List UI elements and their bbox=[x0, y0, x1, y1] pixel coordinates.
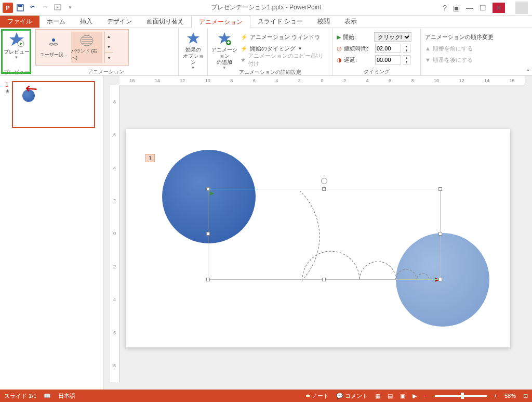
horizontal-ruler: 1614121086420246810121416 bbox=[119, 76, 525, 85]
slide-counter[interactable]: スライド 1/1 bbox=[4, 392, 36, 400]
advanced-group-label: アニメーションの詳細設定 bbox=[208, 68, 332, 76]
close-button[interactable]: ✕ bbox=[493, 3, 505, 13]
zoom-in-button[interactable]: + bbox=[494, 393, 497, 399]
start-dropdown[interactable]: クリック時 bbox=[374, 32, 411, 42]
spellcheck-icon[interactable]: 📖 bbox=[44, 393, 51, 399]
app-icon[interactable]: P bbox=[2, 2, 14, 14]
fit-button[interactable]: ⊡ bbox=[523, 393, 528, 399]
gallery-up[interactable]: ▲ bbox=[105, 32, 113, 42]
preview-label: プレビュー bbox=[4, 49, 30, 55]
zoom-level[interactable]: 58% bbox=[504, 393, 516, 399]
duration-spinner[interactable]: ▲▼ bbox=[403, 44, 410, 53]
tab-insert[interactable]: 挿入 bbox=[73, 16, 100, 28]
comments-button[interactable]: 💬 コメント bbox=[336, 392, 368, 400]
add-animation-button[interactable]: アニメーション の追加 ▼ bbox=[210, 29, 238, 67]
qat-dropdown[interactable]: ▼ bbox=[64, 2, 76, 14]
reorder-title: アニメーションの順序変更 bbox=[423, 31, 496, 43]
duration-input[interactable] bbox=[375, 44, 401, 53]
svg-point-5 bbox=[81, 35, 93, 46]
rotate-handle[interactable] bbox=[321, 178, 327, 184]
gallery-item-bound-right[interactable]: バウンド (右へ) bbox=[71, 32, 102, 63]
slide-thumbnail-1[interactable] bbox=[12, 81, 95, 128]
preview-star-icon bbox=[8, 31, 25, 48]
preview-group-label: プレビュー bbox=[0, 68, 33, 76]
reading-view-button[interactable]: ▣ bbox=[400, 393, 405, 399]
move-earlier-button: ▲ 順番を前にする bbox=[423, 43, 496, 54]
collapse-ribbon-button[interactable]: ⌃ bbox=[526, 69, 530, 74]
ribbon-display-button[interactable]: ▣ bbox=[453, 4, 460, 12]
trigger-icon: ⚡ bbox=[241, 45, 248, 52]
handle-ml[interactable] bbox=[206, 232, 210, 236]
animation-indicator-icon: ★ bbox=[5, 88, 10, 94]
zoom-slider[interactable] bbox=[435, 395, 487, 397]
add-star-icon bbox=[216, 31, 233, 46]
window-title: プレゼンテーション1.pptx - PowerPoint bbox=[211, 3, 322, 12]
canvas-area[interactable]: 1614121086420246810121416 864202468 1 bbox=[104, 76, 532, 390]
move-later-button: ▼ 順番を後にする bbox=[423, 54, 496, 66]
slide-number: 1 bbox=[5, 81, 10, 88]
animation-gallery[interactable]: ユーザー設... バウンド (右へ) ▲ ▼ ▾ bbox=[35, 29, 129, 66]
tab-home[interactable]: ホーム bbox=[39, 16, 73, 28]
tab-animations[interactable]: アニメーション bbox=[191, 16, 250, 28]
tab-transitions[interactable]: 画面切り替え bbox=[139, 16, 191, 28]
animation-group-label: アニメーション bbox=[33, 67, 178, 75]
delay-icon: ◑ bbox=[337, 57, 342, 63]
language-indicator[interactable]: 日本語 bbox=[58, 392, 75, 400]
path-selection-box[interactable] bbox=[208, 189, 441, 280]
notes-button[interactable]: ≐ ノート bbox=[305, 392, 329, 400]
animation-tag[interactable]: 1 bbox=[145, 154, 155, 162]
tab-review[interactable]: 校閲 bbox=[310, 16, 337, 28]
up-icon: ▲ bbox=[425, 45, 431, 51]
redo-button[interactable] bbox=[39, 2, 51, 14]
handle-tc[interactable] bbox=[322, 187, 326, 191]
slide-canvas[interactable]: 1 bbox=[126, 129, 510, 347]
tab-view[interactable]: 表示 bbox=[337, 16, 364, 28]
star-icon bbox=[185, 31, 202, 46]
svg-rect-1 bbox=[18, 5, 22, 7]
thumb-shape bbox=[22, 89, 35, 102]
handle-bl[interactable] bbox=[206, 278, 210, 281]
handle-br[interactable] bbox=[438, 278, 442, 281]
help-button[interactable]: ? bbox=[443, 4, 447, 12]
tab-file[interactable]: ファイル bbox=[0, 16, 39, 28]
duration-label: 継続時間: bbox=[344, 45, 373, 53]
vertical-ruler: 864202468 bbox=[110, 85, 119, 382]
pane-icon: ⚡ bbox=[241, 34, 248, 41]
undo-button[interactable] bbox=[27, 2, 38, 14]
play-icon: ▶ bbox=[337, 34, 341, 41]
normal-view-button[interactable]: ▦ bbox=[375, 393, 380, 399]
tab-design[interactable]: デザイン bbox=[100, 16, 139, 28]
animation-painter-button: ★ アニメーションのコピー/貼り付け bbox=[238, 54, 330, 66]
start-from-beginning-button[interactable] bbox=[52, 2, 63, 14]
maximize-button[interactable]: ☐ bbox=[480, 4, 486, 12]
tab-slideshow[interactable]: スライド ショー bbox=[250, 16, 310, 28]
slideshow-view-button[interactable]: ▶ bbox=[413, 393, 417, 399]
timing-group-label: タイミング bbox=[332, 67, 420, 75]
zoom-out-button[interactable]: − bbox=[424, 393, 427, 399]
gallery-down[interactable]: ▼ bbox=[105, 42, 113, 53]
effect-options-button[interactable]: 効果の オプション ▼ bbox=[181, 29, 205, 67]
handle-tl[interactable] bbox=[206, 187, 210, 191]
preview-button[interactable]: プレビュー ▼ bbox=[2, 29, 31, 67]
svg-point-4 bbox=[52, 38, 55, 42]
delay-input[interactable] bbox=[375, 55, 401, 64]
gallery-item-user[interactable]: ユーザー設... bbox=[38, 32, 69, 63]
start-label: 開始: bbox=[343, 33, 372, 41]
delay-label: 遅延: bbox=[344, 56, 373, 64]
handle-bc[interactable] bbox=[322, 278, 326, 281]
user-avatar[interactable] bbox=[515, 2, 528, 14]
gallery-more[interactable]: ▾ bbox=[105, 52, 113, 63]
clock-icon: ◷ bbox=[337, 45, 342, 52]
down-icon: ▼ bbox=[425, 57, 431, 63]
handle-tr[interactable] bbox=[438, 187, 442, 191]
painter-icon: ★ bbox=[241, 57, 246, 63]
delay-spinner[interactable]: ▲▼ bbox=[403, 55, 410, 64]
minimize-button[interactable]: — bbox=[466, 4, 473, 12]
slide-panel[interactable]: 1 ★ bbox=[0, 76, 104, 390]
sorter-view-button[interactable]: ▤ bbox=[388, 393, 393, 399]
animation-pane-button[interactable]: ⚡ アニメーション ウィンドウ bbox=[238, 31, 330, 43]
save-button[interactable] bbox=[15, 2, 26, 14]
handle-mr[interactable] bbox=[438, 232, 442, 236]
